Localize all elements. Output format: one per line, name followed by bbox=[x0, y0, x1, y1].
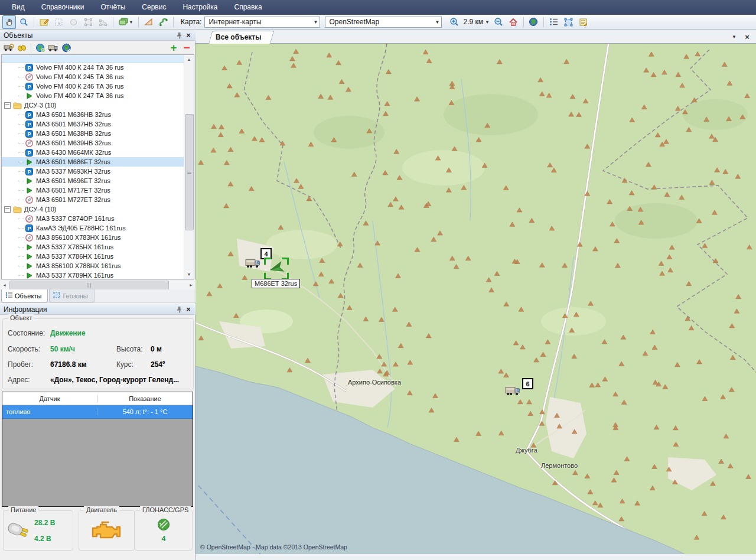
tree-item-18[interactable]: МАЗ 856100 Х783НХ 161rus bbox=[2, 233, 184, 242]
tree-item-7[interactable]: PМАЗ 6501 М638НВ 32rus bbox=[2, 129, 184, 138]
tree-item-14[interactable]: МАЗ 6501 М727ЕТ 32rus bbox=[2, 195, 184, 204]
power-voltage-backup: 4.2 В bbox=[34, 535, 51, 543]
follow-object-button[interactable] bbox=[47, 42, 60, 54]
scroll-up-icon[interactable]: ▲ bbox=[184, 55, 194, 64]
tree-item-20[interactable]: МАЗ 5337 Х786НХ 161rus bbox=[2, 252, 184, 261]
scroll-left-icon[interactable]: ◄ bbox=[0, 280, 9, 290]
measure-button[interactable] bbox=[142, 15, 155, 29]
dock-tab-geozones[interactable]: Геозоны bbox=[49, 289, 94, 302]
legend-button[interactable] bbox=[547, 15, 561, 29]
menu-item-1[interactable]: Справочники bbox=[33, 0, 93, 15]
select-rect-button[interactable] bbox=[82, 15, 95, 29]
tree-item-6[interactable]: PМАЗ 6501 М637НВ 32rus bbox=[2, 119, 184, 129]
map-provider-combobox[interactable]: OpenStreetMap ▼ bbox=[325, 17, 442, 28]
zoom-out-button[interactable] bbox=[492, 15, 506, 29]
tree-item-15[interactable]: ДСУ-4 (10) bbox=[2, 204, 184, 214]
map-tab-all-objects[interactable]: Все объекты bbox=[208, 31, 271, 44]
collapse-expander-icon[interactable] bbox=[4, 102, 11, 109]
menu-item-3[interactable]: Сервис bbox=[133, 0, 174, 15]
selected-object-marker[interactable] bbox=[264, 258, 289, 280]
sensor-row[interactable]: топливо540 л; t°: - 1 °С bbox=[2, 405, 193, 419]
home-view-button[interactable] bbox=[507, 15, 520, 29]
edit-map-button[interactable] bbox=[37, 15, 51, 29]
find-object-button[interactable] bbox=[2, 42, 15, 54]
scroll-down-icon[interactable]: ▼ bbox=[184, 270, 194, 279]
tree-item-4[interactable]: ДСУ-3 (10) bbox=[2, 100, 184, 110]
menu-item-2[interactable]: Отчёты bbox=[92, 0, 133, 15]
select-region-button[interactable] bbox=[52, 15, 66, 29]
scrollbar-thumb[interactable] bbox=[9, 281, 169, 290]
tree-item-16[interactable]: МАЗ 5337 С874ОР 161rus bbox=[2, 214, 184, 223]
tree-item-12[interactable]: МАЗ 6501 М696ЕТ 32rus bbox=[2, 176, 184, 185]
geozone-edit-button[interactable] bbox=[562, 15, 575, 29]
scroll-right-icon[interactable]: ► bbox=[187, 280, 195, 290]
object-on-map-button[interactable] bbox=[60, 42, 73, 54]
remove-object-button[interactable]: − bbox=[180, 42, 193, 54]
place-label: Джубга bbox=[516, 447, 537, 454]
scrollbar-thumb[interactable] bbox=[185, 114, 194, 230]
show-all-on-map-button[interactable] bbox=[34, 42, 47, 54]
pin-icon[interactable] bbox=[174, 305, 184, 314]
moving-icon bbox=[25, 262, 34, 270]
object-group-label: Объект bbox=[8, 314, 34, 321]
tree-item-label: МАЗ 856100 Х788НХ 161rus bbox=[36, 262, 121, 269]
tree-item-21[interactable]: МАЗ 856100 Х788НХ 161rus bbox=[2, 261, 184, 271]
truck-marker-icon[interactable] bbox=[245, 258, 261, 271]
map-type-combobox[interactable]: Интернет-карты ▼ bbox=[204, 17, 320, 28]
tree-horizontal-scrollbar[interactable]: ◄ ► bbox=[0, 279, 195, 290]
moving-icon bbox=[25, 272, 34, 279]
close-tab-icon[interactable]: × bbox=[742, 31, 752, 42]
tree-item-10[interactable]: МАЗ 6501 М686ЕТ 32rus bbox=[2, 157, 184, 167]
zoom-in-button[interactable] bbox=[447, 15, 461, 29]
tree-item-1[interactable]: Volvo FM 400 К 245 ТА 36 rus bbox=[2, 72, 184, 82]
tree-item-17[interactable]: PКамАЗ ЭД405 Е788НС 161rus bbox=[2, 223, 184, 233]
binoculars-button[interactable] bbox=[15, 42, 28, 54]
close-icon[interactable]: × bbox=[184, 305, 193, 314]
geozone-icon bbox=[564, 18, 573, 27]
tree-item-2[interactable]: PVolvo FM 400 К 246 ТА 36 rus bbox=[2, 82, 184, 91]
select-polygon-button[interactable] bbox=[96, 15, 110, 29]
menu-item-4[interactable]: Настройка bbox=[174, 0, 226, 15]
svg-text:P: P bbox=[27, 122, 31, 128]
tree-item-22[interactable]: МАЗ 5337 Х789НХ 161rus bbox=[2, 271, 184, 279]
tree-item-9[interactable]: PМАЗ 6430 М664МК 32rus bbox=[2, 148, 184, 157]
tree-item-label: МАЗ 5337 М693КН 32rus bbox=[36, 168, 110, 175]
tree-vertical-scrollbar[interactable]: ▲ ▼ bbox=[184, 55, 194, 279]
object-info-group: Объект Состояние: Движение Скорость: 50 … bbox=[2, 318, 194, 389]
add-object-button[interactable]: + bbox=[167, 42, 180, 54]
layers-button[interactable]: ▼ bbox=[116, 15, 135, 29]
tree-item-11[interactable]: PМАЗ 5337 М693КН 32rus bbox=[2, 167, 184, 176]
zoom-tool-button[interactable] bbox=[17, 15, 31, 29]
notes-button[interactable] bbox=[576, 15, 590, 29]
routes-button[interactable] bbox=[157, 15, 170, 29]
menu-item-0[interactable]: Вид bbox=[4, 0, 33, 15]
tab-list-dropdown-icon[interactable]: ▼ bbox=[729, 31, 739, 42]
offline-icon bbox=[25, 196, 34, 204]
collapse-expander-icon[interactable] bbox=[4, 206, 11, 213]
geozone-icon bbox=[53, 292, 60, 299]
tree-item-3[interactable]: Volvo FM 400 К 247 ТА 36 rus bbox=[2, 91, 184, 100]
circle-select-icon bbox=[69, 18, 78, 27]
pan-tool-button[interactable] bbox=[2, 15, 16, 29]
globe-button[interactable] bbox=[527, 15, 540, 29]
select-circle-button[interactable] bbox=[67, 15, 80, 29]
tree-branch bbox=[18, 96, 24, 96]
dock-tab-objects[interactable]: Объекты bbox=[1, 289, 48, 302]
tree-partial-row[interactable] bbox=[2, 55, 184, 63]
satellite-icon bbox=[157, 518, 170, 531]
truck-marker-icon[interactable] bbox=[505, 385, 521, 398]
pin-icon[interactable] bbox=[174, 31, 184, 40]
cluster-badge[interactable]: 6 bbox=[522, 378, 533, 389]
tree-item-8[interactable]: МАЗ 6501 М639НВ 32rus bbox=[2, 138, 184, 148]
address-label: Адрес: bbox=[8, 376, 50, 384]
map-scale-dropdown[interactable]: 2.9 км ▼ bbox=[463, 18, 489, 26]
tree-item-0[interactable]: PVolvo FM 400 К 244 ТА 36 rus bbox=[2, 63, 184, 72]
tree-item-5[interactable]: PМАЗ 6501 М636НВ 32rus bbox=[2, 110, 184, 119]
tree-item-13[interactable]: МАЗ 6501 М717ЕТ 32rus bbox=[2, 185, 184, 195]
tree-item-19[interactable]: МАЗ 5337 Х785НХ 161rus bbox=[2, 242, 184, 252]
tree-branch bbox=[18, 86, 24, 87]
map-canvas[interactable]: Архипо-ОсиповкаДжубгаЛермонтово4М686ЕТ 3… bbox=[195, 44, 756, 554]
close-icon[interactable]: × bbox=[184, 31, 193, 40]
menu-item-5[interactable]: Справка bbox=[226, 0, 270, 15]
offline-icon bbox=[25, 215, 34, 223]
